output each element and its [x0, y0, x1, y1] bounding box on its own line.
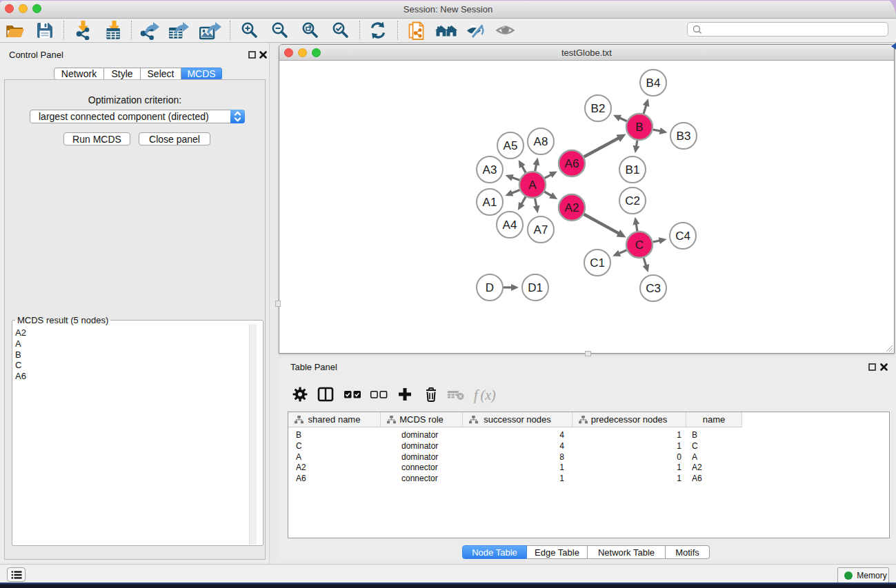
svg-text:D: D [486, 281, 494, 294]
svg-text:C: C [635, 239, 644, 252]
svg-text:C2: C2 [625, 194, 640, 207]
svg-text:B2: B2 [591, 102, 606, 115]
svg-text:B3: B3 [677, 130, 691, 143]
svg-text:C4: C4 [675, 230, 690, 243]
svg-text:D1: D1 [528, 281, 543, 294]
svg-text:A3: A3 [483, 163, 497, 176]
svg-text:A1: A1 [483, 196, 497, 209]
svg-text:A5: A5 [504, 139, 518, 152]
svg-text:B1: B1 [626, 163, 640, 176]
svg-text:A4: A4 [503, 219, 517, 232]
svg-text:B4: B4 [646, 77, 661, 90]
svg-text:A7: A7 [534, 223, 548, 236]
svg-text:A: A [528, 179, 537, 192]
svg-text:A6: A6 [565, 157, 579, 170]
svg-text:A8: A8 [534, 135, 548, 148]
svg-text:C1: C1 [590, 256, 605, 270]
svg-text:C3: C3 [646, 282, 661, 295]
svg-text:A2: A2 [565, 201, 579, 214]
svg-text:B: B [635, 121, 643, 134]
